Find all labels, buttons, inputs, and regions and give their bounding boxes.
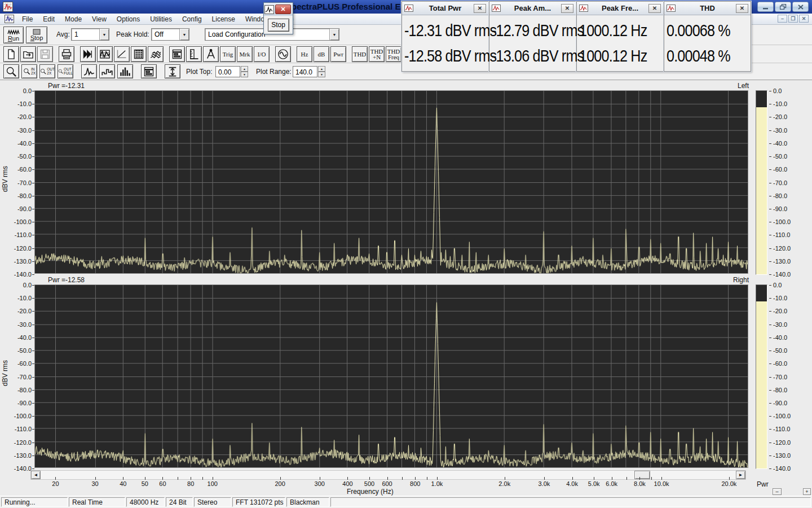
- panel-titlebar: Peak Fre...✕: [577, 2, 663, 15]
- menu-item-options[interactable]: Options: [112, 14, 145, 25]
- level-meter-left: [756, 90, 767, 275]
- plot-range-label: Plot Range:: [256, 68, 292, 76]
- scroll-thumb[interactable]: [634, 471, 650, 479]
- mdi-close-button[interactable]: ✕: [799, 15, 809, 23]
- print-button[interactable]: [59, 46, 74, 62]
- plot-range-stepper[interactable]: ▲▼: [318, 66, 325, 77]
- panel-title-text: Total Pwr: [417, 4, 474, 12]
- app-icon: [3, 2, 13, 12]
- autoscale-button[interactable]: [165, 64, 180, 78]
- thd-button[interactable]: THD: [352, 46, 368, 62]
- display-options-button[interactable]: [169, 46, 185, 62]
- spectrum-plot-left[interactable]: [34, 90, 748, 274]
- menu-item-mode[interactable]: Mode: [60, 14, 87, 25]
- thd-button-label: THD: [354, 51, 367, 57]
- x-tick: [572, 477, 573, 480]
- calibration-button[interactable]: [203, 46, 219, 62]
- plot-top-input[interactable]: [215, 66, 240, 77]
- avg-select[interactable]: 1 ▼: [71, 28, 109, 41]
- mdi-restore-button[interactable]: ❐: [788, 15, 798, 23]
- chevron-down-icon[interactable]: ▼: [179, 29, 189, 40]
- splitter-collapse-button[interactable]: –: [773, 488, 782, 495]
- step-plot-button[interactable]: [99, 64, 115, 78]
- phase-view-button[interactable]: [114, 46, 130, 62]
- meter-tick: [769, 209, 771, 209]
- stop-popup-window: ✕ Stop: [263, 2, 293, 34]
- thd-freq-button[interactable]: THDFreq: [386, 46, 401, 62]
- spectrum-view-button[interactable]: [80, 46, 96, 62]
- menu-item-edit[interactable]: Edit: [38, 14, 60, 25]
- status-pane-4: Stereo: [194, 497, 231, 507]
- scaling-button[interactable]: [186, 46, 202, 62]
- close-icon[interactable]: ✕: [474, 4, 486, 13]
- popup-stop-button[interactable]: Stop: [268, 19, 289, 32]
- surface-view-button[interactable]: [148, 46, 164, 62]
- y-tick-label: -110.0: [5, 231, 32, 238]
- bar-plot-button[interactable]: [117, 64, 133, 78]
- save-button[interactable]: [37, 46, 53, 62]
- zoom-out-full-button[interactable]: OUTFULL: [58, 64, 73, 78]
- chevron-down-icon[interactable]: ▼: [99, 29, 109, 40]
- open-file-button[interactable]: [20, 46, 36, 62]
- power-readout-label: Pwr =-12.58: [48, 276, 85, 284]
- x-tick: [202, 477, 203, 480]
- units-db-button[interactable]: dB: [314, 46, 329, 62]
- line-plot-button[interactable]: [81, 64, 97, 78]
- zoom-button[interactable]: [3, 64, 19, 78]
- restore-button[interactable]: [775, 2, 791, 12]
- y-tick-label: -50.0: [5, 153, 32, 160]
- x-tick: [661, 477, 662, 480]
- run-button[interactable]: Run: [3, 27, 24, 43]
- trigger-button[interactable]: Trig: [220, 46, 236, 62]
- close-button[interactable]: [792, 2, 809, 12]
- panel-value: -12.79 dBV rms: [492, 17, 561, 43]
- new-file-button[interactable]: [3, 46, 19, 62]
- panel-value: 0.00068 %: [667, 17, 736, 43]
- status-bar: Running...Real Time48000 Hz24 BitStereoF…: [0, 496, 812, 508]
- units-hz-button[interactable]: Hz: [297, 46, 312, 62]
- plot-options-button[interactable]: [141, 64, 157, 78]
- menu-item-file[interactable]: File: [17, 14, 38, 25]
- x-tick: [651, 477, 652, 480]
- panel-value: 0.00048 %: [667, 43, 736, 68]
- peak-hold-select[interactable]: Off ▼: [151, 28, 189, 41]
- zoom-out-2x-button[interactable]: OUT2X: [39, 64, 55, 78]
- spectrogram-view-button[interactable]: [131, 46, 147, 62]
- plot-range-input[interactable]: [293, 66, 317, 77]
- thd-n-button[interactable]: THD+N: [369, 46, 385, 62]
- scroll-left-arrow[interactable]: ◄: [31, 471, 41, 479]
- menu-item-license[interactable]: License: [207, 14, 240, 25]
- splitter-expand-button[interactable]: +: [803, 488, 811, 495]
- minimize-button[interactable]: [757, 2, 774, 12]
- scroll-right-arrow[interactable]: ►: [736, 471, 745, 479]
- x-tick-label: 10.0k: [654, 480, 669, 487]
- spectrum-plot-right[interactable]: [34, 284, 748, 468]
- meter-tick: [769, 222, 771, 222]
- meter-tick: [769, 325, 771, 325]
- close-icon[interactable]: ✕: [561, 4, 573, 13]
- time-series-view-button[interactable]: [97, 46, 113, 62]
- menu-item-utilities[interactable]: Utilities: [145, 14, 177, 25]
- meter-tick-label: -110.0: [773, 231, 790, 238]
- close-icon[interactable]: ✕: [648, 4, 661, 13]
- mdi-minimize-button[interactable]: –: [778, 15, 787, 23]
- meter-tick: [769, 456, 771, 456]
- menu-item-view[interactable]: View: [87, 14, 112, 25]
- plot-top-stepper[interactable]: ▲▼: [241, 66, 248, 77]
- meter-tick: [769, 338, 771, 338]
- y-tick-label: -90.0: [5, 400, 32, 406]
- io-button[interactable]: I/O: [254, 46, 270, 62]
- zoom-in-2x-button[interactable]: IN2X: [21, 64, 37, 78]
- x-tick-label: 200: [275, 480, 285, 487]
- waveform-icon: [264, 5, 274, 14]
- stop-button[interactable]: Stop: [26, 27, 47, 43]
- close-icon[interactable]: ✕: [275, 5, 291, 14]
- meter-tick-label: -30.0: [773, 127, 787, 134]
- menu-item-config[interactable]: Config: [177, 14, 207, 25]
- meter-tick-label: -50.0: [773, 347, 787, 354]
- chevron-down-icon[interactable]: ▼: [329, 29, 339, 40]
- close-icon[interactable]: ✕: [736, 4, 748, 13]
- marker-button[interactable]: Mrk: [237, 46, 253, 62]
- units-pwr-button[interactable]: Pwr: [330, 46, 346, 62]
- signal-generator-button[interactable]: [275, 46, 291, 62]
